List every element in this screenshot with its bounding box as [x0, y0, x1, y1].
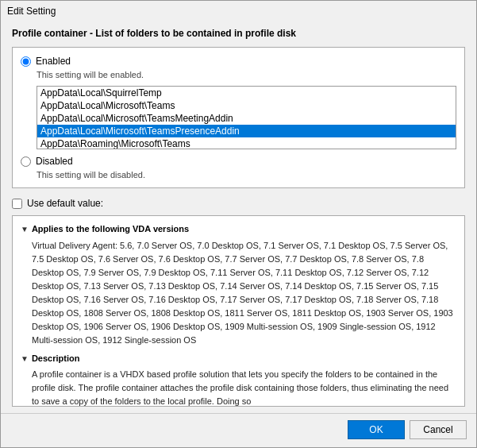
main-panel: Enabled This setting will be enabled. Ap…: [12, 47, 465, 188]
cancel-button[interactable]: Cancel: [410, 420, 467, 439]
content-area: Profile container - List of folders to b…: [1, 20, 476, 413]
dialog-title: Edit Setting: [7, 6, 56, 17]
enabled-note: This setting will be enabled.: [37, 70, 456, 79]
use-default-label[interactable]: Use default value:: [27, 198, 103, 209]
use-default-checkbox[interactable]: [12, 199, 22, 209]
enabled-radio-row[interactable]: Enabled: [21, 56, 456, 67]
description-section: ▼ Description A profile container is a V…: [21, 352, 456, 407]
button-bar: OK Cancel: [1, 413, 476, 447]
description-header-row: ▼ Description: [21, 352, 456, 365]
list-item[interactable]: AppData\Local\SquirrelTemp: [37, 87, 456, 99]
list-item[interactable]: AppData\Roaming\Microsoft\Teams: [37, 137, 456, 149]
edit-setting-dialog: Edit Setting Profile container - List of…: [0, 0, 477, 448]
applies-title: Applies to the following VDA versions: [32, 222, 189, 236]
disabled-note: This setting will be disabled.: [37, 170, 456, 180]
lower-panel[interactable]: ▼ Applies to the following VDA versions …: [12, 215, 465, 407]
description-title: Description: [32, 352, 80, 365]
enabled-label[interactable]: Enabled: [36, 56, 71, 67]
applies-header-row: ▼ Applies to the following VDA versions: [21, 222, 456, 236]
folder-list[interactable]: AppData\Local\SquirrelTemp AppData\Local…: [37, 86, 456, 149]
use-default-row[interactable]: Use default value:: [12, 198, 465, 209]
applies-content: Virtual Delivery Agent: 5.6, 7.0 Server …: [32, 239, 456, 347]
title-bar: Edit Setting: [1, 1, 476, 20]
description-arrow-icon[interactable]: ▼: [21, 353, 29, 365]
ok-button[interactable]: OK: [348, 420, 405, 439]
list-item[interactable]: AppData\Local\Microsoft\Teams: [37, 99, 456, 112]
disabled-radio-row[interactable]: Disabled: [21, 156, 456, 167]
applies-arrow-icon[interactable]: ▼: [21, 223, 29, 235]
list-item[interactable]: AppData\Local\Microsoft\TeamsMeetingAddi…: [37, 112, 456, 125]
description-content: A profile container is a VHDX based prof…: [32, 368, 456, 407]
applies-section: ▼ Applies to the following VDA versions …: [21, 222, 456, 347]
disabled-label[interactable]: Disabled: [36, 156, 73, 167]
list-item-selected[interactable]: AppData\Local\Microsoft\TeamsPresenceAdd…: [37, 125, 456, 137]
disabled-radio[interactable]: [21, 156, 31, 167]
enabled-radio[interactable]: [21, 56, 31, 67]
section-title: Profile container - List of folders to b…: [12, 28, 465, 39]
disabled-section: Disabled This setting will be disabled.: [21, 156, 456, 180]
